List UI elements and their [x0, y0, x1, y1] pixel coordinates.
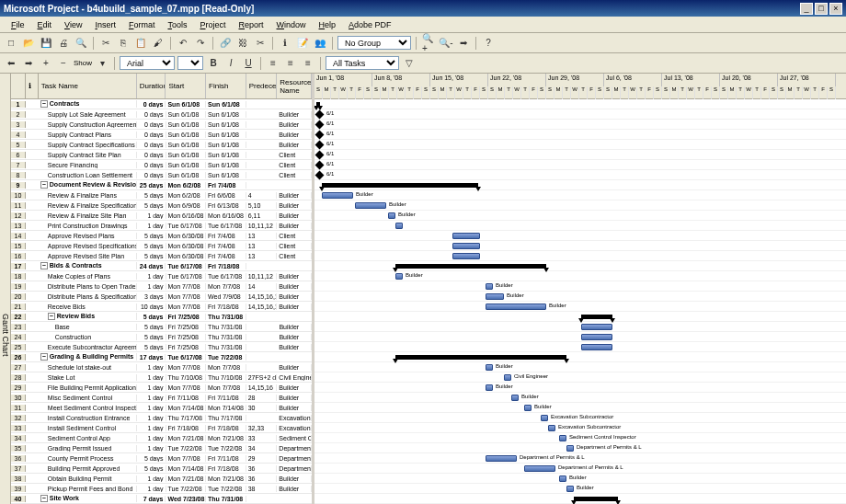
menu-tools[interactable]: Tools	[162, 18, 192, 31]
row-start[interactable]: Tue 6/17/08	[166, 263, 206, 269]
row-fin[interactable]: Sun 6/1/08	[206, 101, 246, 108]
row-dur[interactable]: 0 days	[137, 101, 166, 108]
row-dur[interactable]: 17 days	[137, 354, 166, 361]
table-row[interactable]: 1 −Contracts 0 days Sun 6/1/08 Sun 6/1/0…	[11, 99, 312, 109]
font-size-select[interactable]: 8	[177, 56, 203, 70]
row-pred[interactable]: 10,11,12	[246, 273, 278, 280]
row-res[interactable]: Client	[277, 152, 312, 158]
task-bar[interactable]	[581, 334, 612, 340]
row-fin[interactable]: Fri 7/11/08	[206, 455, 246, 462]
row-pred[interactable]: 6,11	[246, 212, 278, 219]
row-res[interactable]: Sediment Control	[277, 435, 312, 441]
row-res[interactable]: Builder	[277, 304, 312, 310]
row-pred[interactable]: 30	[246, 405, 278, 411]
row-res[interactable]: Civil Engineer	[277, 374, 312, 381]
row-start[interactable]: Sun 6/1/08	[166, 162, 207, 168]
row-start[interactable]: Fri 7/25/08	[166, 324, 207, 330]
gantt-row[interactable]	[314, 221, 846, 231]
row-fin[interactable]: Wed 7/9/08	[206, 293, 246, 300]
milestone-icon[interactable]	[315, 161, 325, 170]
gantt-row[interactable]: Builder	[314, 362, 846, 372]
align-right-icon[interactable]: ≡	[301, 56, 315, 71]
gantt-row[interactable]: Builder	[314, 403, 846, 413]
task-bar[interactable]	[581, 344, 612, 350]
menu-project[interactable]: Project	[194, 18, 231, 31]
copy-icon[interactable]: ⎘	[116, 36, 131, 51]
row-pred[interactable]: 10,11,12	[246, 223, 278, 229]
row-dur[interactable]: 1 day	[137, 223, 166, 229]
row-fin[interactable]: Fri 6/6/08	[206, 192, 246, 199]
row-pred[interactable]: 4	[246, 192, 278, 199]
gantt-row[interactable]	[314, 332, 846, 342]
row-pred[interactable]: 27FS+2 days	[246, 374, 278, 381]
task-bar[interactable]	[355, 202, 386, 209]
gantt-row[interactable]: 6/1	[314, 160, 846, 170]
row-fin[interactable]: Thu 7/31/08	[206, 324, 246, 330]
row-name[interactable]: −Site Work	[39, 495, 137, 502]
row-start[interactable]: Tue 7/22/08	[166, 486, 207, 492]
table-row[interactable]: 15 Approve Revised Specifications 5 days…	[11, 241, 312, 251]
table-row[interactable]: 28 Stake Lot 1 day Thu 7/10/08 Thu 7/10/…	[11, 372, 312, 383]
row-fin[interactable]: Tue 7/22/08	[206, 486, 246, 492]
task-bar[interactable]	[524, 405, 532, 411]
table-row[interactable]: 17 −Bids & Contracts 24 days Tue 6/17/08…	[11, 261, 312, 271]
row-dur[interactable]: 5 days	[137, 344, 166, 350]
gantt-row[interactable]	[314, 241, 846, 251]
row-res[interactable]: Builder	[277, 405, 312, 411]
row-name[interactable]: Building Permit Approved	[39, 465, 137, 472]
gantt-row[interactable]	[314, 231, 846, 241]
row-fin[interactable]: Tue 6/17/08	[206, 223, 246, 229]
table-row[interactable]: 21 Receive Bids 10 days Mon 7/7/08 Fri 7…	[11, 302, 312, 312]
row-res[interactable]: Builder	[277, 212, 312, 219]
row-res[interactable]: Client	[277, 162, 312, 168]
summary-bar[interactable]	[322, 183, 478, 188]
row-name[interactable]: Grading Permit Issued	[39, 445, 137, 452]
row-dur[interactable]: 1 day	[137, 425, 166, 431]
row-name[interactable]: Install Sediment Control	[39, 425, 137, 431]
gantt-row[interactable]: Builder	[314, 383, 846, 393]
row-start[interactable]: Mon 6/30/08	[166, 253, 207, 259]
row-start[interactable]: Wed 7/23/08	[166, 496, 206, 502]
task-bar[interactable]	[504, 374, 511, 381]
row-res[interactable]: Builder	[277, 111, 312, 118]
row-start[interactable]: Sun 6/1/08	[166, 111, 207, 118]
indent-icon[interactable]: ➡	[21, 56, 36, 71]
row-name[interactable]: Approve Revised Site Plan	[39, 253, 137, 259]
row-name[interactable]: Supply Lot Sale Agreement	[39, 111, 137, 118]
paste-icon[interactable]: 📋	[133, 36, 148, 51]
row-name[interactable]: Schedule lot stake-out	[39, 364, 137, 371]
row-dur[interactable]: 1 day	[137, 486, 166, 492]
row-dur[interactable]: 1 day	[137, 395, 166, 401]
row-dur[interactable]: 0 days	[137, 162, 166, 168]
collapse-icon[interactable]: −	[40, 100, 48, 108]
row-pred[interactable]: 5,10	[246, 202, 278, 209]
row-name[interactable]: −Bids & Contracts	[39, 262, 137, 269]
info-icon[interactable]: ℹ	[278, 36, 292, 51]
gantt-row[interactable]: Builder	[314, 393, 846, 403]
row-dur[interactable]: 1 day	[137, 405, 166, 411]
task-bar[interactable]	[395, 223, 403, 229]
assign-icon[interactable]: 👥	[313, 36, 327, 51]
row-name[interactable]: −Grading & Building Permits	[39, 353, 137, 361]
row-dur[interactable]: 0 days	[137, 121, 166, 128]
task-bar[interactable]	[511, 395, 519, 401]
table-row[interactable]: 40 −Site Work 7 days Wed 7/23/08 Thu 7/3…	[11, 494, 312, 504]
table-row[interactable]: 6 Supply Contract Site Plan 0 days Sun 6…	[11, 150, 312, 160]
row-pred[interactable]: 13	[246, 243, 278, 249]
gantt-row[interactable]	[314, 342, 846, 352]
task-bar[interactable]	[581, 324, 612, 330]
open-icon[interactable]: 📂	[21, 36, 36, 51]
row-start[interactable]: Fri 7/25/08	[166, 314, 207, 320]
menu-file[interactable]: File	[6, 18, 30, 31]
menu-report[interactable]: Report	[234, 18, 269, 31]
gantt-row[interactable]: 6/1	[314, 140, 846, 150]
table-row[interactable]: 19 Distribute Plans to Open Trades 1 day…	[11, 281, 312, 292]
row-name[interactable]: Supply Contract Plans	[39, 132, 137, 138]
row-dur[interactable]: 24 days	[137, 263, 166, 269]
row-fin[interactable]: Thu 7/17/08	[206, 415, 246, 421]
row-fin[interactable]: Sun 6/1/08	[206, 132, 246, 138]
row-dur[interactable]: 1 day	[137, 374, 166, 381]
table-row[interactable]: 14 Approve Revised Plans 5 days Mon 6/30…	[11, 231, 312, 241]
goto-task-icon[interactable]: ➡	[456, 36, 471, 51]
row-dur[interactable]: 1 day	[137, 435, 166, 441]
